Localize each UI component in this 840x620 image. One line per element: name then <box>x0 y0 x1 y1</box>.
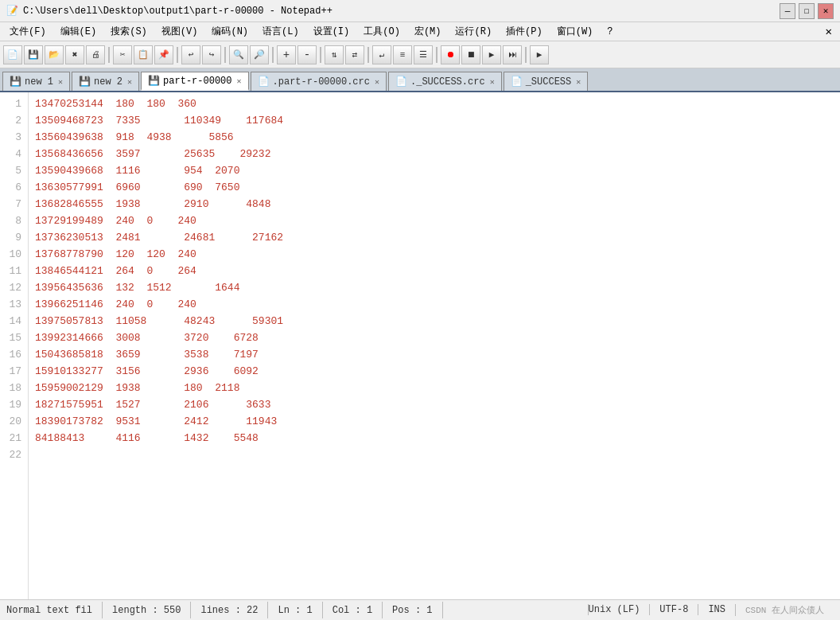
tb-zoom-in[interactable]: + <box>277 45 296 64</box>
code-line: 15043685818 3659 3538 7197 <box>35 346 834 363</box>
code-line: 13509468723 7335 110349 117684 <box>35 112 834 129</box>
maximize-button[interactable]: ☐ <box>799 3 815 19</box>
line-number: 15 <box>3 329 21 346</box>
line-number: 3 <box>3 129 21 146</box>
status-ln: Ln : 1 <box>268 602 322 618</box>
line-number: 11 <box>3 263 21 279</box>
tab-icon-part-crc: 📄 <box>258 76 270 88</box>
app-icon: 📝 <box>6 5 18 17</box>
code-line: 13966251146 240 0 240 <box>35 296 834 313</box>
tb-run[interactable]: ▶ <box>530 45 549 64</box>
tab-new1[interactable]: 💾 new 1 ✕ <box>2 72 70 91</box>
tb-sync-scroll2[interactable]: ⇄ <box>345 45 364 64</box>
tab-label-part-r: part-r-00000 <box>163 76 231 87</box>
window-controls[interactable]: — ☐ ✕ <box>780 3 834 19</box>
tb-sync-scroll[interactable]: ⇅ <box>325 45 344 64</box>
toolbar-sep-8 <box>525 47 527 63</box>
tb-indent[interactable]: ≡ <box>393 45 412 64</box>
toolbar-sep-1 <box>108 47 110 63</box>
tab-part-crc[interactable]: 📄 .part-r-00000.crc ✕ <box>251 72 387 91</box>
menu-tools[interactable]: 工具(O) <box>357 23 406 40</box>
tb-paste[interactable]: 📌 <box>154 45 173 64</box>
code-line: 13768778790 120 120 240 <box>35 246 834 263</box>
tab-close-part-crc[interactable]: ✕ <box>375 77 379 87</box>
line-number: 4 <box>3 146 21 162</box>
tb-redo[interactable]: ↪ <box>202 45 221 64</box>
menu-plugins[interactable]: 插件(P) <box>500 23 549 40</box>
code-line: 15910133277 3156 2936 6092 <box>35 363 834 380</box>
toolbar-sep-5 <box>320 47 321 63</box>
tb-wrap[interactable]: ↵ <box>372 45 391 64</box>
tab-icon-new2: 💾 <box>79 76 91 88</box>
code-line: 84188413 4116 1432 5548 <box>35 430 834 446</box>
menu-view[interactable]: 视图(V) <box>155 23 204 40</box>
tb-close[interactable]: ✖ <box>65 45 84 64</box>
status-pos: Pos : 1 <box>383 602 442 618</box>
code-line <box>35 446 834 463</box>
tab-label-success: _SUCCESS <box>526 76 572 88</box>
tab-close-success-crc[interactable]: ✕ <box>490 77 495 87</box>
line-number: 7 <box>3 196 21 213</box>
menu-run[interactable]: 运行(R) <box>449 23 498 40</box>
code-content[interactable]: 13470253144 180 180 36013509468723 7335 … <box>29 92 840 599</box>
tab-new2[interactable]: 💾 new 2 ✕ <box>72 72 139 91</box>
editor-area: 12345678910111213141516171819202122 1347… <box>0 92 840 599</box>
tb-indent2[interactable]: ☰ <box>414 45 433 64</box>
tab-icon-success-crc: 📄 <box>395 76 407 88</box>
tb-print[interactable]: 🖨 <box>86 45 105 64</box>
tb-macro-rec[interactable]: ⏺ <box>441 45 460 64</box>
tab-close-success[interactable]: ✕ <box>576 77 581 87</box>
toolbar-sep-6 <box>368 47 369 63</box>
line-number: 2 <box>3 112 21 129</box>
minimize-button[interactable]: — <box>780 3 795 19</box>
menu-macro[interactable]: 宏(M) <box>408 23 448 40</box>
line-number: 5 <box>3 162 21 179</box>
tab-close-new2[interactable]: ✕ <box>127 77 132 87</box>
tb-save[interactable]: 💾 <box>24 45 43 64</box>
menu-window[interactable]: 窗口(W) <box>550 23 600 40</box>
code-line: 15959002129 1938 180 2118 <box>35 380 834 396</box>
tab-part-r[interactable]: 💾 part-r-00000 ✕ <box>141 72 248 91</box>
tb-new[interactable]: 📄 <box>3 45 22 64</box>
status-watermark: CSDN 在人间众债人 <box>735 604 834 616</box>
tb-replace[interactable]: 🔎 <box>250 45 269 64</box>
code-line: 13560439638 918 4938 5856 <box>35 129 834 146</box>
status-col: Col : 1 <box>323 602 383 618</box>
menu-help[interactable]: ? <box>601 25 619 39</box>
close-button[interactable]: ✕ <box>818 3 834 19</box>
code-line: 13975057813 11058 48243 59301 <box>35 313 834 329</box>
menu-close-button[interactable]: ✕ <box>821 25 837 38</box>
status-encoding: UTF-8 <box>649 604 698 615</box>
line-number-gutter: 12345678910111213141516171819202122 <box>0 92 29 599</box>
menu-language[interactable]: 语言(L) <box>256 23 305 40</box>
code-line: 13682846555 1938 2910 4848 <box>35 196 834 213</box>
menu-file[interactable]: 文件(F) <box>3 23 52 40</box>
toolbar-sep-4 <box>272 47 274 63</box>
line-number: 22 <box>3 446 21 463</box>
tb-open[interactable]: 📂 <box>45 45 64 64</box>
tb-zoom-out[interactable]: - <box>298 45 317 64</box>
tb-macro-play[interactable]: ▶ <box>482 45 501 64</box>
tb-copy[interactable]: 📋 <box>134 45 153 64</box>
tb-undo[interactable]: ↩ <box>181 45 200 64</box>
status-right-group: Unix (LF) UTF-8 INS CSDN 在人间众债人 <box>588 604 834 616</box>
code-line: 13568436656 3597 25635 29232 <box>35 146 834 162</box>
tab-close-part-r[interactable]: ✕ <box>237 76 242 86</box>
menu-search[interactable]: 搜索(S) <box>104 23 154 40</box>
tb-macro-run[interactable]: ⏭ <box>503 45 522 64</box>
menu-settings[interactable]: 设置(I) <box>307 23 356 40</box>
code-line: 13992314666 3008 3720 6728 <box>35 329 834 346</box>
toolbar-sep-2 <box>177 47 178 63</box>
tab-success[interactable]: 📄 _SUCCESS ✕ <box>504 72 589 91</box>
menu-encode[interactable]: 编码(N) <box>205 23 255 40</box>
status-line-ending: Unix (LF) <box>588 604 650 615</box>
menu-edit[interactable]: 编辑(E) <box>54 23 103 40</box>
tab-success-crc[interactable]: 📄 ._SUCCESS.crc ✕ <box>388 72 502 91</box>
tb-find[interactable]: 🔍 <box>229 45 248 64</box>
tab-close-new1[interactable]: ✕ <box>58 77 63 87</box>
code-line: 18390173782 9531 2412 11943 <box>35 413 834 430</box>
tb-cut[interactable]: ✂ <box>113 45 132 64</box>
tab-label-new2: new 2 <box>94 76 122 88</box>
tb-macro-stop[interactable]: ⏹ <box>461 45 480 64</box>
window-title: C:\Users\dell\Desktop\output1\part-r-000… <box>23 6 332 17</box>
